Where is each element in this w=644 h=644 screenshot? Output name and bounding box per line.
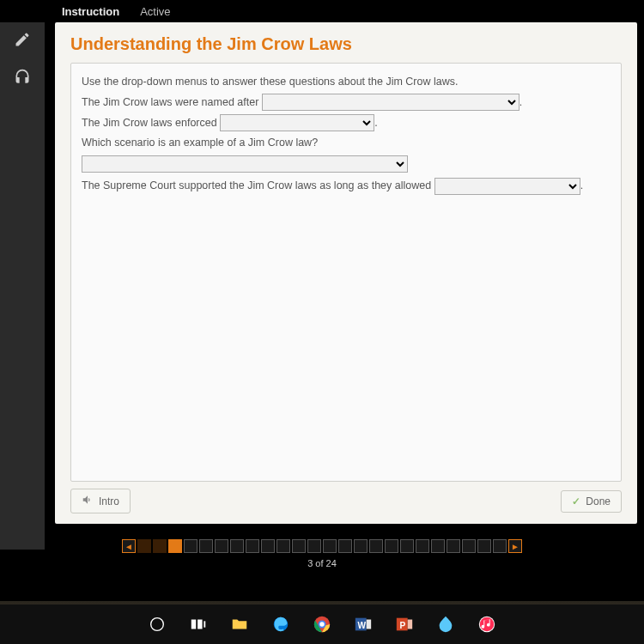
- pencil-icon[interactable]: [14, 31, 31, 52]
- nav-cell-8[interactable]: [246, 539, 259, 553]
- nav-cell-10[interactable]: [276, 539, 290, 553]
- file-explorer-icon[interactable]: [227, 611, 252, 637]
- nav-cell-2[interactable]: [153, 539, 167, 553]
- word-icon[interactable]: W: [350, 611, 376, 637]
- sidebar: [0, 22, 45, 550]
- nav-counter: 3 of 24: [307, 558, 337, 568]
- nav-cell-1[interactable]: [137, 539, 151, 553]
- nav-cell-6[interactable]: [215, 539, 228, 553]
- intro-button[interactable]: Intro: [70, 489, 131, 513]
- content-panel: Understanding the Jim Crow Laws Use the …: [55, 22, 637, 524]
- nav-cell-5[interactable]: [199, 539, 213, 553]
- chrome-icon[interactable]: [309, 611, 335, 637]
- q4-text: The Supreme Court supported the Jim Crow…: [82, 179, 434, 191]
- nav-cell-14[interactable]: [338, 539, 352, 553]
- nav-cell-16[interactable]: [369, 539, 383, 553]
- svg-point-0: [151, 618, 164, 631]
- svg-rect-2: [197, 620, 203, 629]
- panel-footer: Intro ✓ Done: [70, 489, 622, 513]
- cortana-icon[interactable]: [144, 611, 170, 637]
- svg-rect-13: [408, 620, 413, 629]
- svg-rect-10: [367, 620, 372, 629]
- task-view-icon[interactable]: [185, 611, 211, 637]
- svg-text:P: P: [400, 621, 406, 630]
- nav-cell-17[interactable]: [385, 539, 398, 553]
- nav-cell-4[interactable]: [184, 539, 197, 553]
- header-tabs: Instruction Active: [0, 0, 644, 21]
- itunes-icon[interactable]: [474, 611, 500, 637]
- q1-text: The Jim Crow laws were named after: [82, 96, 262, 108]
- nav-cell-15[interactable]: [354, 539, 368, 553]
- nav-cell-3[interactable]: [168, 539, 182, 553]
- done-button[interactable]: ✓ Done: [561, 490, 622, 513]
- nav-cell-12[interactable]: [307, 539, 321, 553]
- nav-cell-24[interactable]: [493, 539, 507, 553]
- edge-icon[interactable]: [268, 611, 294, 637]
- nav-cell-20[interactable]: [431, 539, 445, 553]
- done-label: Done: [586, 495, 611, 507]
- nav-strip: ◄ ► 3 of 24: [0, 539, 644, 568]
- tab-instruction[interactable]: Instruction: [62, 5, 119, 18]
- q4-dropdown[interactable]: [434, 178, 580, 195]
- nav-cell-19[interactable]: [416, 539, 429, 553]
- nav-cell-22[interactable]: [462, 539, 476, 553]
- q2-dropdown[interactable]: [220, 114, 374, 131]
- nav-cell-7[interactable]: [230, 539, 244, 553]
- nav-cell-23[interactable]: [477, 539, 491, 553]
- svg-text:W: W: [358, 621, 367, 630]
- powerpoint-icon[interactable]: P: [392, 611, 417, 637]
- svg-point-7: [319, 622, 325, 627]
- intro-label: Intro: [99, 495, 119, 507]
- nav-cell-18[interactable]: [400, 539, 414, 553]
- tab-active[interactable]: Active: [140, 5, 170, 18]
- question-intro: Use the drop-down menus to answer these …: [82, 72, 611, 93]
- svg-rect-1: [191, 620, 197, 629]
- q1-dropdown[interactable]: [262, 94, 519, 111]
- nav-cell-9[interactable]: [261, 539, 275, 553]
- nav-row: ◄ ►: [122, 539, 522, 553]
- svg-point-15: [480, 617, 495, 632]
- nav-cell-21[interactable]: [447, 539, 460, 553]
- nav-cell-11[interactable]: [292, 539, 306, 553]
- headphones-icon[interactable]: [14, 69, 31, 89]
- q2-text: The Jim Crow laws enforced: [82, 117, 220, 129]
- nav-next[interactable]: ►: [508, 539, 522, 553]
- nav-cell-13[interactable]: [323, 539, 337, 553]
- check-icon: ✓: [572, 495, 580, 507]
- nav-prev[interactable]: ◄: [122, 539, 136, 553]
- paint-icon[interactable]: [433, 611, 459, 637]
- desk-edge: W P: [0, 601, 644, 644]
- taskbar: W P: [0, 605, 644, 644]
- q3-dropdown[interactable]: [82, 155, 408, 173]
- svg-rect-3: [204, 621, 205, 627]
- question-box: Use the drop-down menus to answer these …: [70, 63, 622, 482]
- q3-text: Which scenario is an example of a Jim Cr…: [82, 133, 611, 154]
- speaker-icon: [82, 494, 94, 508]
- page-title: Understanding the Jim Crow Laws: [70, 34, 622, 54]
